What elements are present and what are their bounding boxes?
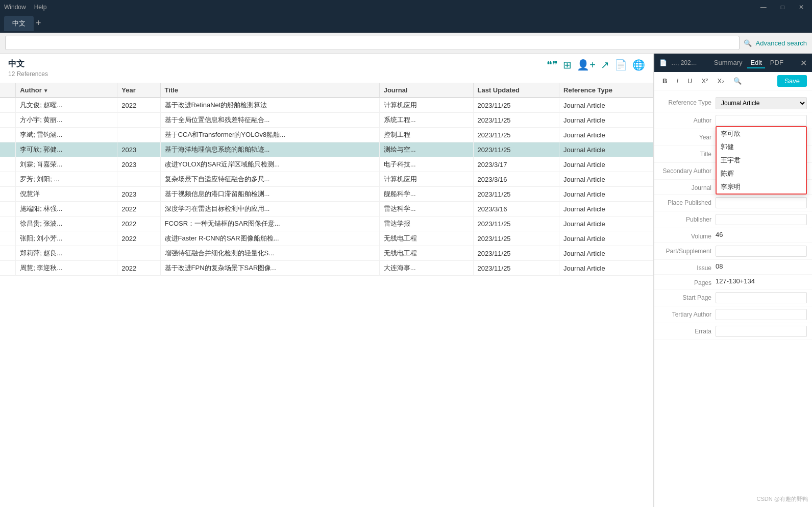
detail-close-button[interactable]: ✕ [800, 58, 807, 68]
table-row[interactable]: 倪慧洋 2023 基于视频信息的港口滞留船舶检测... 舰船科学... 2023… [0, 187, 653, 202]
author-suggestion-item[interactable]: 李可欣 [717, 127, 806, 140]
add-author-icon[interactable]: 👤+ [577, 59, 596, 71]
cell-clip [0, 157, 16, 172]
superscript-button[interactable]: X² [698, 76, 711, 86]
table-row[interactable]: 张阳; 刘小芳... 2022 改进Faster R-CNN的SAR图像船舶检.… [0, 231, 653, 246]
field-tertiary-author: Tertiary Author [654, 306, 812, 323]
table-row[interactable]: 李斌; 雷钧涵... 基于CCA和Transformer的YOLOv8船舶...… [0, 128, 653, 142]
tab-edit[interactable]: Edit [747, 58, 765, 68]
app-container: 中文 + 🔍 Advanced search 中文 12 References … [0, 14, 812, 507]
detail-header-info: 📄 …, 202… [659, 59, 697, 66]
part-supplement-input[interactable] [716, 246, 807, 257]
secondary-author-label: Secondary Author [659, 165, 716, 175]
table-row[interactable]: 徐昌贵; 张波... 2022 FCOSR：一种无锚框的SAR图像任意... 雷… [0, 216, 653, 231]
cell-reftype: Journal Article [559, 172, 653, 187]
cell-clip [0, 261, 16, 276]
table-row[interactable]: 罗芳; 刘阳; ... 复杂场景下自适应特征融合的多尺... 计算机应用 202… [0, 172, 653, 187]
tab-summary[interactable]: Summary [711, 58, 746, 68]
author-suggestion-item[interactable]: 王宇君 [717, 154, 806, 167]
place-published-label: Place Published [659, 197, 716, 206]
cell-reftype: Journal Article [559, 113, 653, 128]
references-table: Author▼ Year Title Journal Last Updated … [0, 83, 653, 507]
tertiary-author-input[interactable] [716, 309, 807, 320]
ref-type-select[interactable]: Journal ArticleBookBook SectionConferenc… [716, 97, 807, 109]
cell-journal: 舰船科学... [379, 187, 473, 202]
author-input[interactable] [716, 115, 807, 126]
author-suggestion-item[interactable]: 郭健 [717, 140, 806, 154]
title-bar-menu: Window Help [4, 4, 46, 11]
cell-clip [0, 128, 16, 142]
add-ref-icon[interactable]: ⊞ [563, 59, 572, 71]
table-body: 凡文俊; 赵曜... 2022 基于改进RetinaNet的船舶检测算法 计算机… [0, 98, 653, 276]
table-row[interactable]: 施端阳; 林强... 2022 深度学习在雷达目标检测中的应用... 雷达科学.… [0, 202, 653, 216]
pages-label: Pages [659, 277, 716, 286]
cell-journal: 无线电工程 [379, 231, 473, 246]
minimize-button[interactable]: — [756, 3, 771, 12]
table-row[interactable]: 凡文俊; 赵曜... 2022 基于改进RetinaNet的船舶检测算法 计算机… [0, 98, 653, 113]
search-icon[interactable]: 🔍 [744, 39, 752, 47]
cell-reftype: Journal Article [559, 142, 653, 157]
author-label: Author [659, 115, 716, 124]
window-controls: — □ ✕ [756, 3, 808, 12]
table-row[interactable]: 周慧; 李迎秋... 2022 基于改进FPN的复杂场景下SAR图像... 大连… [0, 261, 653, 276]
journal-label: Journal [659, 182, 716, 191]
advanced-search-link[interactable]: Advanced search [756, 39, 807, 47]
cell-year [117, 246, 160, 261]
search-bar: 🔍 Advanced search [0, 33, 812, 54]
col-header-title[interactable]: Title [160, 83, 379, 98]
errata-input[interactable] [716, 326, 807, 337]
menu-window[interactable]: Window [4, 4, 26, 11]
detail-toolbar: B I U X² X₂ 🔍 Save [654, 72, 812, 90]
save-button[interactable]: Save [777, 75, 807, 87]
globe-icon[interactable]: 🌐 [632, 59, 645, 71]
italic-button[interactable]: I [673, 76, 681, 86]
publisher-input[interactable] [716, 214, 807, 225]
cell-title: 改进YOLOX的SAR近岸区域船只检测... [160, 157, 379, 172]
table-row[interactable]: 郑莉萍; 赵良... 增强特征融合并细化检测的轻量化S... 无线电工程 202… [0, 246, 653, 261]
col-header-author[interactable]: Author▼ [16, 83, 117, 98]
cell-lastupdated: 2023/11/25 [473, 246, 559, 261]
title-label: Title [659, 149, 716, 158]
cell-author: 罗芳; 刘阳; ... [16, 172, 117, 187]
col-header-lastupdated[interactable]: Last Updated [473, 83, 559, 98]
tab-pdf[interactable]: PDF [767, 58, 786, 68]
author-suggestion-item[interactable]: 李宗明 [717, 180, 806, 194]
library-title: 中文 [8, 59, 48, 69]
col-header-journal[interactable]: Journal [379, 83, 473, 98]
new-tab-button[interactable]: + [36, 18, 41, 29]
place-published-input[interactable] [716, 197, 807, 208]
maximize-button[interactable]: □ [777, 3, 789, 12]
start-page-input[interactable] [716, 292, 807, 303]
cell-title: 基于改进FPN的复杂场景下SAR图像... [160, 261, 379, 276]
table-row[interactable]: 李可欣; 郭健... 2023 基于海洋地理信息系统的船舶轨迹... 测绘与空.… [0, 142, 653, 157]
cell-lastupdated: 2023/11/25 [473, 142, 559, 157]
cell-author: 倪慧洋 [16, 187, 117, 202]
search-input[interactable] [5, 36, 740, 50]
author-suggestion-item[interactable]: 陈辉 [717, 167, 806, 180]
cell-lastupdated: 2023/11/25 [473, 216, 559, 231]
cell-year: 2022 [117, 231, 160, 246]
search-icon-detail[interactable]: 🔍 [733, 77, 742, 85]
cell-clip [0, 98, 16, 113]
col-header-year[interactable]: Year [117, 83, 160, 98]
close-button[interactable]: ✕ [795, 3, 808, 12]
table-row[interactable]: 方小宇; 黄丽... 基于全局位置信息和残差特征融合... 系统工程... 20… [0, 113, 653, 128]
link-icon[interactable]: ↗ [601, 59, 609, 71]
bold-button[interactable]: B [659, 76, 670, 86]
cell-author: 方小宇; 黄丽... [16, 113, 117, 128]
col-header-reftype[interactable]: Reference Type [559, 83, 653, 98]
tab-zhongwen[interactable]: 中文 [4, 16, 34, 31]
menu-help[interactable]: Help [34, 4, 47, 11]
table: Author▼ Year Title Journal Last Updated … [0, 83, 653, 276]
col-header-clip[interactable] [0, 83, 16, 98]
file-icon[interactable]: 📄 [614, 59, 627, 71]
cell-reftype: Journal Article [559, 202, 653, 216]
table-row[interactable]: 刘霖; 肖嘉荣... 2023 改进YOLOX的SAR近岸区域船只检测... 电… [0, 157, 653, 172]
quote-icon[interactable]: ❝❞ [547, 59, 558, 71]
subscript-button[interactable]: X₂ [714, 76, 727, 86]
cell-author: 周慧; 李迎秋... [16, 261, 117, 276]
underline-button[interactable]: U [684, 76, 695, 86]
field-errata: Errata [654, 323, 812, 340]
detail-ref-icon: 📄 [659, 59, 667, 66]
cell-year: 2022 [117, 261, 160, 276]
